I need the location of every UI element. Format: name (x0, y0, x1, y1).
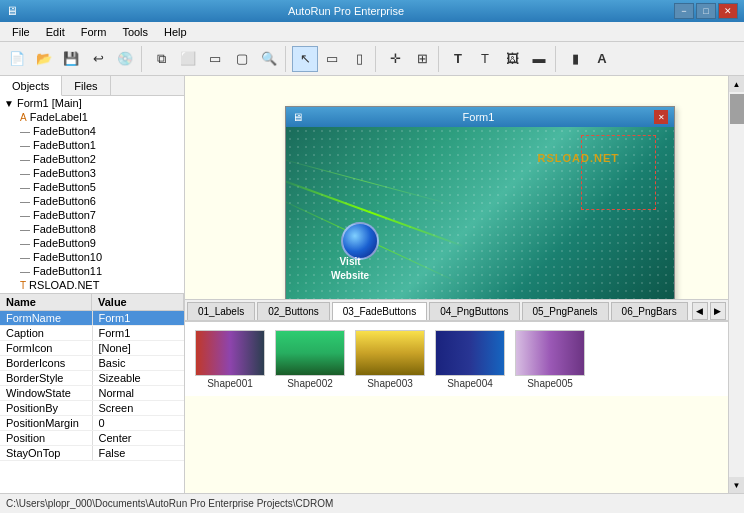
new-button[interactable]: 📄 (4, 46, 30, 72)
copy-button[interactable]: ⧉ (148, 46, 174, 72)
tree-item-fadebutton5[interactable]: — FadeButton5 (0, 180, 184, 194)
prop-value[interactable]: Screen (93, 401, 185, 415)
maximize-button[interactable]: □ (696, 3, 716, 19)
tree-item-fadebutton7[interactable]: — FadeButton7 (0, 208, 184, 222)
scroll-up-btn[interactable]: ▲ (729, 76, 744, 92)
prop-value[interactable]: False (93, 446, 185, 460)
grid-button[interactable]: ⊞ (409, 46, 435, 72)
scroll-thumb[interactable] (730, 94, 744, 124)
prop-value[interactable]: 0 (93, 416, 185, 430)
form-preview-window[interactable]: 🖥 Form1 ✕ RSLOAD.NET VisitWebsite (285, 106, 675, 306)
tree-item-fadelabel1[interactable]: A FadeLabel1 (0, 110, 184, 124)
props-name-header: Name (0, 294, 92, 310)
paste-button[interactable]: ⬜ (175, 46, 201, 72)
prop-value[interactable]: Form1 (93, 311, 185, 325)
prop-value[interactable]: Center (93, 431, 185, 445)
zoom-button[interactable]: 🔍 (256, 46, 282, 72)
form-preview-body[interactable]: RSLOAD.NET VisitWebsite (286, 127, 674, 305)
tab-01-labels[interactable]: 01_Labels (187, 302, 255, 320)
tree-item-fadebutton3[interactable]: — FadeButton3 (0, 166, 184, 180)
props-header: Name Value (0, 294, 184, 311)
plus-button[interactable]: ✛ (382, 46, 408, 72)
tree-panel[interactable]: ▼ Form1 [Main] A FadeLabel1 — FadeButton… (0, 96, 184, 293)
button-icon: — (20, 168, 30, 179)
text1-button[interactable]: T (445, 46, 471, 72)
tree-item-fadebutton11[interactable]: — FadeButton11 (0, 264, 184, 278)
prop-row-caption[interactable]: Caption Form1 (0, 326, 184, 341)
text2-button[interactable]: T (472, 46, 498, 72)
tab-06-pngbars[interactable]: 06_PngBars (611, 302, 688, 320)
menu-help[interactable]: Help (156, 24, 195, 40)
round-rect-button[interactable]: ▢ (229, 46, 255, 72)
shape2-button[interactable]: ▯ (346, 46, 372, 72)
prop-row-bordericons[interactable]: BorderIcons Basic (0, 356, 184, 371)
tab-prev-btn[interactable]: ◀ (692, 302, 708, 320)
rect-button[interactable]: ▭ (202, 46, 228, 72)
menu-edit[interactable]: Edit (38, 24, 73, 40)
tree-item-fadebutton8[interactable]: — FadeButton8 (0, 222, 184, 236)
prop-value[interactable]: Normal (93, 386, 185, 400)
canvas-scrollbar[interactable]: ▲ ▼ (728, 76, 744, 493)
tree-item-rsload[interactable]: T RSLOAD.NET (0, 278, 184, 292)
shape-box-002 (275, 330, 345, 376)
bar-button[interactable]: ▬ (526, 46, 552, 72)
shape-item-001[interactable]: Shape001 (195, 330, 265, 389)
tree-item-fadebutton10[interactable]: — FadeButton10 (0, 250, 184, 264)
shape-item-004[interactable]: Shape004 (435, 330, 505, 389)
select-button[interactable]: ↖ (292, 46, 318, 72)
image-button[interactable]: 🖼 (499, 46, 525, 72)
shape-item-002[interactable]: Shape002 (275, 330, 345, 389)
form-preview-close-btn[interactable]: ✕ (654, 110, 668, 124)
window-title: AutoRun Pro Enterprise (18, 5, 674, 17)
toolbar-sep3 (375, 46, 379, 72)
shape1-button[interactable]: ▭ (319, 46, 345, 72)
prop-row-positionmargin[interactable]: PositionMargin 0 (0, 416, 184, 431)
tree-label: FadeButton4 (33, 125, 96, 137)
minimize-button[interactable]: − (674, 3, 694, 19)
prop-row-formicon[interactable]: FormIcon [None] (0, 341, 184, 356)
extra2-button[interactable]: A (589, 46, 615, 72)
tree-item-fadebutton9[interactable]: — FadeButton9 (0, 236, 184, 250)
bottom-tabs-container: 01_Labels 02_Buttons 03_FadeButtons 04_P… (185, 299, 728, 396)
tab-objects[interactable]: Objects (0, 76, 62, 96)
prop-row-positionby[interactable]: PositionBy Screen (0, 401, 184, 416)
tab-next-btn[interactable]: ▶ (710, 302, 726, 320)
prop-name: PositionMargin (0, 416, 93, 430)
tree-item-fadebutton2[interactable]: — FadeButton2 (0, 152, 184, 166)
button-icon: — (20, 210, 30, 221)
prop-row-position[interactable]: Position Center (0, 431, 184, 446)
cd-button[interactable]: 💿 (112, 46, 138, 72)
shape-item-005[interactable]: Shape005 (515, 330, 585, 389)
prop-row-borderstyle[interactable]: BorderStyle Sizeable (0, 371, 184, 386)
scroll-down-btn[interactable]: ▼ (729, 477, 744, 493)
text-icon: T (20, 280, 26, 291)
prop-row-formname[interactable]: FormName Form1 (0, 311, 184, 326)
tree-item-form1[interactable]: ▼ Form1 [Main] (0, 96, 184, 110)
prop-value[interactable]: [None] (93, 341, 185, 355)
menu-file[interactable]: File (4, 24, 38, 40)
canvas-area[interactable]: 🖥 Form1 ✕ RSLOAD.NET VisitWebsite (185, 76, 744, 493)
shape-item-003[interactable]: Shape003 (355, 330, 425, 389)
tab-03-fadebuttons[interactable]: 03_FadeButtons (332, 302, 427, 320)
prop-value[interactable]: Sizeable (93, 371, 185, 385)
tab-files[interactable]: Files (62, 76, 110, 95)
tree-item-fadebutton4[interactable]: — FadeButton4 (0, 124, 184, 138)
prop-value[interactable]: Form1 (93, 326, 185, 340)
menu-form[interactable]: Form (73, 24, 115, 40)
tab-04-pngbuttons[interactable]: 04_PngButtons (429, 302, 519, 320)
prop-row-stayontop[interactable]: StayOnTop False (0, 446, 184, 461)
close-button[interactable]: ✕ (718, 3, 738, 19)
save-button[interactable]: 💾 (58, 46, 84, 72)
app-icon: 🖥 (6, 4, 18, 18)
open-button[interactable]: 📂 (31, 46, 57, 72)
tree-item-fadebutton1[interactable]: — FadeButton1 (0, 138, 184, 152)
extra1-button[interactable]: ▮ (562, 46, 588, 72)
menu-bar: File Edit Form Tools Help (0, 22, 744, 42)
tree-item-fadebutton6[interactable]: — FadeButton6 (0, 194, 184, 208)
undo-button[interactable]: ↩ (85, 46, 111, 72)
menu-tools[interactable]: Tools (114, 24, 156, 40)
prop-row-windowstate[interactable]: WindowState Normal (0, 386, 184, 401)
tab-02-buttons[interactable]: 02_Buttons (257, 302, 330, 320)
tab-05-pngpanels[interactable]: 05_PngPanels (522, 302, 609, 320)
prop-value[interactable]: Basic (93, 356, 185, 370)
